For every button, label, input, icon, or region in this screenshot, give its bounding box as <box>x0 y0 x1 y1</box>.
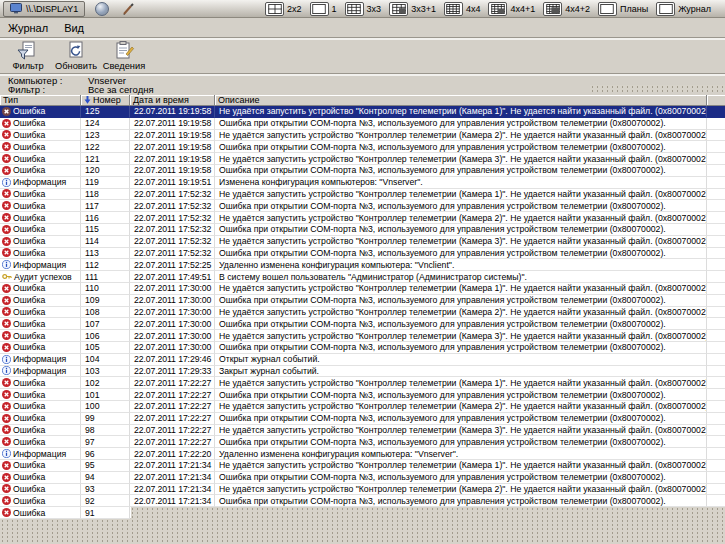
layout-button-3x3plus1[interactable] <box>389 2 408 16</box>
event-datetime: 22.07.2011 17:30:00 <box>130 318 215 330</box>
table-row[interactable]: Ошибка 122 22.07.2011 19:19:58 Ошибка пр… <box>0 141 725 153</box>
refresh-button[interactable]: Обновить <box>52 40 100 72</box>
error-x-icon <box>2 508 11 517</box>
layout-button-1[interactable] <box>310 2 329 16</box>
event-log-window: \\.\DISPLAY1 2x2 1 3x3 3x3+1 <box>0 0 725 544</box>
error-x-icon <box>2 402 11 411</box>
table-row[interactable]: Ошибка 117 22.07.2011 17:52:32 Ошибка пр… <box>0 200 725 212</box>
table-row[interactable]: Ошибка 106 22.07.2011 17:30:00 Не удаётс… <box>0 330 725 342</box>
table-row[interactable]: Ошибка 107 22.07.2011 17:30:00 Ошибка пр… <box>0 318 725 330</box>
display-selector-button[interactable]: \\.\DISPLAY1 <box>3 1 85 17</box>
table-row[interactable]: Информация 104 22.07.2011 17:29:46 Откры… <box>0 354 725 366</box>
layout-button-4x4plus1[interactable] <box>488 2 507 16</box>
error-x-icon <box>2 213 11 222</box>
pen-icon <box>121 2 135 16</box>
event-type: Ошибка <box>13 460 45 470</box>
table-row[interactable]: Ошибка 113 22.07.2011 17:52:32 Ошибка пр… <box>0 248 725 260</box>
layout-button-plans[interactable] <box>598 2 617 16</box>
layout-button-2x2[interactable] <box>265 2 284 16</box>
table-row[interactable]: Ошибка 95 22.07.2011 17:21:34 Не удаётся… <box>0 460 725 472</box>
event-datetime: 22.07.2011 17:30:00 <box>130 330 215 342</box>
table-row[interactable]: Информация 119 22.07.2011 19:19:51 Измен… <box>0 177 725 189</box>
event-description: Не удаётся запустить устройство "Контрол… <box>215 236 707 248</box>
key-icon <box>2 272 12 281</box>
column-header-type[interactable]: Тип <box>0 95 81 106</box>
event-number: 116 <box>81 212 130 224</box>
event-type: Ошибка <box>13 472 45 482</box>
event-type: Ошибка <box>13 130 45 140</box>
menu-journal[interactable]: Журнал <box>0 22 56 34</box>
event-number: 107 <box>81 318 130 330</box>
table-row[interactable]: Ошибка 101 22.07.2011 17:22:27 Ошибка пр… <box>0 389 725 401</box>
event-type: Ошибка <box>13 295 45 305</box>
background-texture: Ошибка 91 <box>0 507 725 544</box>
row-filler <box>707 366 725 378</box>
table-row[interactable]: Ошибка 93 22.07.2011 17:21:34 Не удаётся… <box>0 484 725 496</box>
table-row[interactable]: Ошибка 121 22.07.2011 19:19:58 Не удаётс… <box>0 153 725 165</box>
filter-button[interactable]: Фильтр <box>4 40 52 72</box>
layout-label-1: 1 <box>332 4 337 14</box>
table-row[interactable]: Информация 96 22.07.2011 17:22:20 Удален… <box>0 448 725 460</box>
table-row[interactable]: Ошибка 120 22.07.2011 19:19:58 Ошибка пр… <box>0 165 725 177</box>
event-type: Ошибка <box>13 201 45 211</box>
table-row[interactable]: Ошибка 124 22.07.2011 19:19:58 Ошибка пр… <box>0 118 725 130</box>
table-row[interactable]: Ошибка 99 22.07.2011 17:22:27 Ошибка при… <box>0 413 725 425</box>
column-header-datetime[interactable]: Дата и время <box>130 95 215 106</box>
table-row[interactable]: Ошибка 97 22.07.2011 17:22:27 Ошибка при… <box>0 436 725 448</box>
event-description: Не удаётся запустить устройство "Контрол… <box>215 425 707 437</box>
table-row[interactable]: Ошибка 110 22.07.2011 17:30:00 Не удаётс… <box>0 283 725 295</box>
layout-label-4x4plus2: 4x4+2 <box>565 4 590 14</box>
event-description: Не удаётся запустить устройство "Контрол… <box>215 283 707 295</box>
table-row[interactable]: Ошибка 118 22.07.2011 17:52:32 Не удаётс… <box>0 189 725 201</box>
layout-button-journal[interactable] <box>656 2 675 16</box>
table-row[interactable]: Ошибка 92 22.07.2011 17:21:34 Ошибка при… <box>0 495 725 507</box>
table-row[interactable]: Ошибка 102 22.07.2011 17:22:27 Не удаётс… <box>0 377 725 389</box>
table-row[interactable]: Ошибка 98 22.07.2011 17:22:27 Не удаётся… <box>0 425 725 437</box>
table-row-partial[interactable]: Ошибка 91 <box>0 507 131 519</box>
table-row[interactable]: Ошибка 108 22.07.2011 17:30:00 Не удаётс… <box>0 307 725 319</box>
layout-label-journal: Журнал <box>678 4 711 14</box>
filter-label: Фильтр : <box>8 86 88 95</box>
event-description: Не удаётся запустить устройство "Контрол… <box>215 460 707 472</box>
table-row[interactable]: Информация 103 22.07.2011 17:29:33 Закры… <box>0 366 725 378</box>
table-row[interactable]: Ошибка 105 22.07.2011 17:30:00 Ошибка пр… <box>0 342 725 354</box>
error-x-icon <box>2 284 11 293</box>
event-number: 109 <box>81 295 130 307</box>
table-row[interactable]: Ошибка 109 22.07.2011 17:30:00 Ошибка пр… <box>0 295 725 307</box>
layout-switcher: 2x2 1 3x3 3x3+1 4x4 4x4+1 4x4+2 Планы <box>265 2 719 16</box>
camera-ball-icon-button[interactable] <box>93 1 111 17</box>
event-datetime: 22.07.2011 17:21:34 <box>130 460 215 472</box>
event-number: 108 <box>81 307 130 319</box>
table-row[interactable]: Информация 112 22.07.2011 17:52:25 Удале… <box>0 259 725 271</box>
table-row[interactable]: Ошибка 114 22.07.2011 17:52:32 Не удаётс… <box>0 236 725 248</box>
edit-pen-icon-button[interactable] <box>119 1 137 17</box>
column-header-filler <box>707 95 725 106</box>
table-row[interactable]: Ошибка 116 22.07.2011 17:52:32 Не удаётс… <box>0 212 725 224</box>
event-type: Ошибка <box>13 236 45 246</box>
layout-button-4x4plus2[interactable] <box>543 2 562 16</box>
layout-label-plans: Планы <box>620 4 648 14</box>
event-datetime: 22.07.2011 17:52:25 <box>130 259 215 271</box>
table-row[interactable]: Аудит успехов 111 22.07.2011 17:49:51 В … <box>0 271 725 283</box>
table-row[interactable]: Ошибка 125 22.07.2011 19:19:58 Не удаётс… <box>0 106 725 118</box>
table-row[interactable]: Ошибка 123 22.07.2011 19:19:58 Не удаётс… <box>0 130 725 142</box>
event-table: Ошибка 125 22.07.2011 19:19:58 Не удаётс… <box>0 106 725 507</box>
table-row[interactable]: Ошибка 100 22.07.2011 17:22:27 Не удаётс… <box>0 401 725 413</box>
event-number: 106 <box>81 330 130 342</box>
event-description: Не удаётся запустить устройство "Контрол… <box>215 106 707 118</box>
row-filler <box>707 448 725 460</box>
event-type: Ошибка <box>13 224 45 234</box>
event-number: 124 <box>81 118 130 130</box>
column-header-number[interactable]: Номер <box>81 95 130 106</box>
event-number: 119 <box>81 177 130 189</box>
table-row[interactable]: Ошибка 94 22.07.2011 17:21:34 Ошибка при… <box>0 472 725 484</box>
column-header-description[interactable]: Описание <box>215 95 707 106</box>
event-datetime: 22.07.2011 17:30:00 <box>130 307 215 319</box>
event-description: Удаленно изменена конфигурация компьютер… <box>215 259 707 271</box>
table-row[interactable]: Ошибка 115 22.07.2011 17:52:32 Ошибка пр… <box>0 224 725 236</box>
event-datetime: 22.07.2011 17:29:46 <box>130 354 215 366</box>
layout-button-4x4[interactable] <box>444 2 463 16</box>
details-button[interactable]: Сведения <box>100 40 148 72</box>
menu-view[interactable]: Вид <box>56 22 92 34</box>
layout-button-3x3[interactable] <box>345 2 364 16</box>
